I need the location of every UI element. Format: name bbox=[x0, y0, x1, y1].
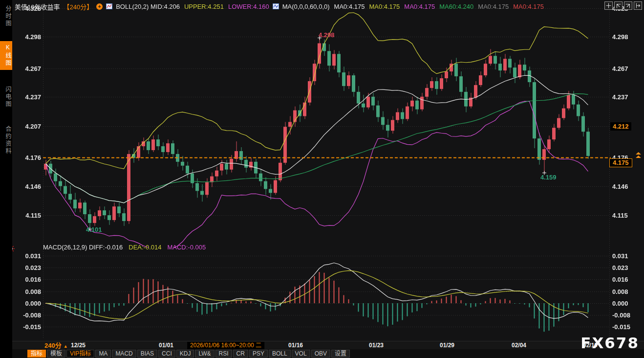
price-tick-label: 4.267 bbox=[17, 65, 41, 72]
macd-value: MACD:-0.005 bbox=[167, 244, 206, 251]
macd-tick-label: 0.023 bbox=[612, 264, 628, 271]
indicator-value: MA(0,0,0,60,0,0) bbox=[282, 3, 330, 10]
price-tick-label: 4.207 bbox=[17, 123, 41, 130]
date-label: 12/25 bbox=[71, 342, 86, 349]
toolbar-button[interactable]: CR bbox=[233, 350, 248, 358]
toolbar-button[interactable]: 指标 bbox=[27, 350, 46, 358]
page-title: 美债10年收益率 bbox=[15, 2, 60, 11]
date-label: 01/29 bbox=[440, 342, 454, 349]
macd-tick-label: -0.008 bbox=[612, 312, 630, 319]
toolbar-button[interactable]: PSY bbox=[249, 350, 268, 358]
indicator-toolbar: 指标模板VIP指标MAMACDBIASCCIKDJLW&RSICRPSYBOLL… bbox=[12, 349, 644, 358]
indicator-value: MA60:4.240 bbox=[439, 3, 473, 10]
chart-header: 美债10年收益率 【240分】 + BOLL(20,2) MID:4.206UP… bbox=[15, 1, 544, 12]
macd-tick-label: -0.015 bbox=[612, 323, 630, 331]
last-price-label: 4.175 bbox=[609, 158, 632, 167]
chart-application: 分时图K线图闪电图合约资料 美债10年收益率 【240分】 + BOLL(20,… bbox=[0, 0, 644, 358]
macd-tick-label: 0.031 bbox=[612, 252, 628, 260]
price-tick-label: 4.146 bbox=[17, 183, 41, 190]
chart-tools bbox=[604, 1, 642, 10]
date-label: 01/01 bbox=[159, 342, 173, 349]
macd-tick-label: 0.016 bbox=[612, 276, 628, 283]
sidebar-tab[interactable]: K线图 bbox=[0, 41, 12, 70]
ma-readout: MA(0,0,0,60,0,0)MA0:4.175MA0:4.175MA0:4.… bbox=[282, 3, 544, 10]
macd-tick-label: 0.023 bbox=[14, 264, 41, 271]
sidebar: 分时图K线图闪电图合约资料 bbox=[0, 0, 12, 358]
indicator-value: LOWER:4.160 bbox=[228, 3, 269, 10]
macd-tick-label: 0.016 bbox=[14, 276, 41, 283]
price-tick-label: 4.237 bbox=[612, 93, 628, 101]
toolbar-button[interactable]: 模板 bbox=[47, 350, 65, 358]
price-tick-label: 4.237 bbox=[17, 93, 41, 101]
toolbar-button[interactable]: LW& bbox=[195, 350, 214, 358]
sidebar-tab[interactable]: 分时图 bbox=[0, 2, 12, 30]
price-tick-label: 4.298 bbox=[612, 33, 628, 41]
sidebar-tab[interactable]: 闪电图 bbox=[0, 83, 12, 111]
chevron-up-icon: ▲ bbox=[64, 344, 68, 349]
toolbar-button[interactable]: BIAS bbox=[137, 350, 157, 358]
macd-readout: MACD(26,12,9) DIFF:-0.016DEA:-0.014MACD:… bbox=[43, 244, 206, 251]
macd-tick-label: 0.008 bbox=[14, 288, 41, 295]
indicator-value: MA0:4.175 bbox=[369, 3, 400, 10]
date-label: 01/23 bbox=[369, 342, 384, 349]
add-indicator-icon[interactable]: + bbox=[96, 3, 103, 10]
macd-value: MACD(26,12,9) DIFF:-0.016 bbox=[43, 244, 123, 251]
date-label: 2026/01/06 16:00~20:00 二 bbox=[187, 342, 264, 349]
sidebar-tab[interactable]: 合约资料 bbox=[0, 123, 12, 158]
indicator-value: MA0:4.175 bbox=[334, 3, 365, 10]
zoom-out-icon[interactable] bbox=[624, 1, 632, 10]
toolbar-button[interactable]: 设置 bbox=[331, 350, 350, 358]
indicator-value: MA0:4.175 bbox=[478, 3, 509, 10]
date-label: 01/16 bbox=[288, 342, 303, 349]
indicator-value: UPPER:4.251 bbox=[184, 3, 224, 10]
date-label: 02/04 bbox=[512, 342, 526, 349]
macd-value: DEA:-0.014 bbox=[129, 244, 161, 251]
period-badge: 【240分】 bbox=[63, 2, 93, 11]
boll-chart-icon bbox=[106, 3, 112, 9]
indicator-value: MA0:4.175 bbox=[404, 3, 435, 10]
macd-tick-label: -0.008 bbox=[14, 312, 41, 319]
price-annotation: 4.101 bbox=[86, 226, 102, 233]
toolbar-button[interactable]: RSI bbox=[215, 350, 232, 358]
zoom-in-icon[interactable] bbox=[614, 1, 623, 10]
indicator-value: MA0:4.175 bbox=[513, 3, 544, 10]
toolbar-button[interactable]: MA bbox=[95, 350, 111, 358]
price-annotation: 4.159 bbox=[540, 174, 557, 181]
macd-tick-label: 0.000 bbox=[14, 300, 41, 307]
price-tick-label: 4.267 bbox=[612, 65, 628, 72]
price-tick-label: 4.146 bbox=[612, 183, 628, 190]
price-tick-label: 4.115 bbox=[612, 212, 628, 219]
macd-tick-label: 0.031 bbox=[14, 252, 41, 260]
price-up-arrows-icon bbox=[636, 152, 641, 158]
toolbar-button[interactable]: VOL bbox=[292, 350, 310, 358]
indicator-value: BOLL(20,2) MID:4.206 bbox=[116, 3, 180, 10]
macd-tick-label: 0.008 bbox=[612, 288, 628, 295]
axis-ma-value-label: 4.212 bbox=[610, 122, 631, 131]
price-tick-label: 4.115 bbox=[17, 212, 41, 219]
toolbar-button[interactable]: CCI bbox=[158, 350, 175, 358]
crosshair-icon[interactable] bbox=[604, 1, 613, 10]
time-axis: 240分▲ 12/2501/012026/01/06 16:00~20:00 二… bbox=[12, 341, 644, 350]
price-annotation: 4.298 bbox=[319, 31, 335, 39]
boll-readout: BOLL(20,2) MID:4.206UPPER:4.251LOWER:4.1… bbox=[116, 3, 269, 10]
price-tick-label: 4.298 bbox=[17, 33, 41, 41]
fx678-logo: FX678 bbox=[580, 334, 639, 352]
toolbar-button[interactable]: OBV bbox=[311, 350, 330, 358]
toolbar-button[interactable]: BOLL bbox=[269, 350, 291, 358]
toolbar-button[interactable]: KDJ bbox=[176, 350, 194, 358]
toolbar-button[interactable]: VIP指标 bbox=[66, 350, 94, 358]
macd-tick-label: 0.000 bbox=[612, 300, 628, 307]
pan-right-icon[interactable] bbox=[634, 1, 642, 10]
toolbar-button[interactable]: MACD bbox=[112, 350, 136, 358]
macd-tick-label: -0.015 bbox=[14, 323, 41, 331]
price-tick-label: 4.176 bbox=[17, 154, 41, 161]
ma-chart-icon bbox=[273, 3, 279, 9]
